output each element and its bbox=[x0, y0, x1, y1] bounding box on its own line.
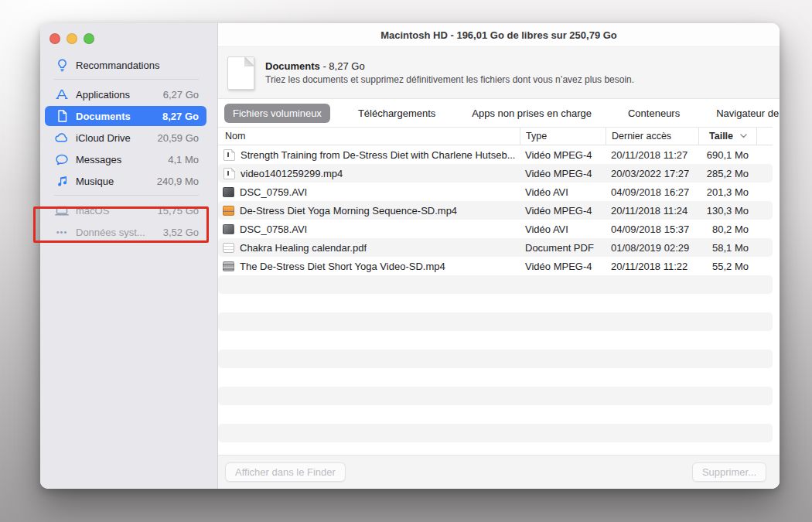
thumb-dark-icon bbox=[223, 187, 234, 197]
video-file-icon bbox=[223, 168, 235, 179]
sidebar: RecommandationsApplications6,27 GoDocume… bbox=[40, 23, 218, 489]
sidebar-item-size: 8,27 Go bbox=[162, 111, 199, 122]
tab-apps-non-prises-en-charge[interactable]: Apps non prises en charge bbox=[463, 104, 600, 123]
column-header-trailing bbox=[756, 128, 773, 145]
sidebar-item-messages[interactable]: Messages4,1 Mo bbox=[45, 149, 206, 169]
file-last-access: 20/11/2018 11:27 bbox=[606, 149, 698, 161]
ellipsis-icon: ••• bbox=[54, 228, 70, 236]
cloud-icon bbox=[54, 133, 70, 142]
tab-conteneurs[interactable]: Conteneurs bbox=[619, 104, 688, 123]
column-header-name[interactable]: Nom bbox=[218, 128, 520, 145]
table-row[interactable]: De-Stress Diet Yoga Morning Sequence-SD.… bbox=[218, 201, 773, 220]
table-row-empty bbox=[218, 331, 773, 350]
table-row-empty bbox=[218, 368, 773, 387]
table-row-empty bbox=[218, 275, 773, 294]
documents-icon bbox=[227, 56, 254, 90]
file-type: Vidéo AVI bbox=[520, 186, 606, 198]
sidebar-item-label: Recommandations bbox=[76, 60, 199, 71]
file-last-access: 20/03/2022 17:27 bbox=[606, 168, 698, 179]
sidebar-item-documents[interactable]: Documents8,27 Go bbox=[45, 106, 206, 126]
sidebar-item-label: Applications bbox=[76, 89, 163, 101]
sidebar-item-label: Musique bbox=[76, 176, 157, 187]
appstore-icon bbox=[54, 89, 70, 100]
main-pane: Macintosh HD - 196,01 Go de libres sur 2… bbox=[218, 23, 780, 489]
sidebar-item-label: iCloud Drive bbox=[76, 132, 158, 144]
file-size: 201,3 Mo bbox=[698, 186, 756, 198]
file-last-access: 20/11/2018 11:22 bbox=[606, 261, 698, 272]
show-in-finder-button[interactable]: Afficher dans le Finder bbox=[225, 462, 346, 482]
file-type: Vidéo MPEG-4 bbox=[520, 205, 606, 217]
tab-navigateur-de-fichiers[interactable]: Navigateur de fichiers bbox=[708, 104, 780, 123]
thumb-orange-icon bbox=[223, 206, 234, 216]
table-row-empty bbox=[218, 312, 773, 331]
file-type: Vidéo MPEG-4 bbox=[520, 168, 606, 179]
sidebar-item-applications[interactable]: Applications6,27 Go bbox=[45, 84, 206, 104]
file-size: 285,2 Mo bbox=[698, 168, 756, 179]
table-row-empty bbox=[218, 350, 773, 368]
sidebar-item-musique[interactable]: Musique240,9 Mo bbox=[45, 171, 206, 191]
table-row[interactable]: Strength Training from De-Stress Diet wi… bbox=[218, 145, 773, 164]
sidebar-item-size: 3,52 Go bbox=[163, 227, 199, 238]
file-size: 58,1 Mo bbox=[698, 242, 756, 254]
file-last-access: 20/11/2018 11:24 bbox=[606, 205, 698, 217]
file-type: Vidéo AVI bbox=[520, 223, 606, 235]
tab-bar: Fichiers volumineuxTéléchargementsApps n… bbox=[218, 99, 780, 127]
sidebar-list: RecommandationsApplications6,27 GoDocume… bbox=[40, 47, 217, 242]
table-row[interactable]: DSC_0758.AVIVidéo AVI04/09/2018 15:3780,… bbox=[218, 220, 773, 238]
minimize-button[interactable] bbox=[67, 33, 77, 44]
sidebar-item-size: 6,27 Go bbox=[163, 89, 199, 101]
tab-fichiers-volumineux[interactable]: Fichiers volumineux bbox=[224, 104, 330, 123]
table-row[interactable]: DSC_0759.AVIVidéo AVI04/09/2018 16:27201… bbox=[218, 183, 773, 201]
file-name: Chakra Healing calendar.pdf bbox=[240, 242, 367, 254]
close-button[interactable] bbox=[49, 33, 60, 44]
sidebar-item-macos[interactable]: macOS15,75 Go bbox=[45, 200, 206, 220]
column-header-type[interactable]: Type bbox=[520, 128, 606, 145]
file-type: Document PDF bbox=[520, 242, 606, 254]
table-row[interactable]: video1401259299.mp4Vidéo MPEG-420/03/202… bbox=[218, 164, 773, 183]
table-row[interactable]: Chakra Healing calendar.pdfDocument PDF0… bbox=[218, 238, 773, 257]
sidebar-item-label: Documents bbox=[76, 111, 162, 122]
sidebar-item-label: Données syst... bbox=[76, 227, 163, 238]
file-type: Vidéo MPEG-4 bbox=[520, 261, 606, 272]
window-titlebar[interactable]: Macintosh HD - 196,01 Go de libres sur 2… bbox=[218, 23, 780, 47]
table-row-empty bbox=[218, 405, 773, 424]
traffic-lights bbox=[40, 23, 217, 47]
file-name: Strength Training from De-Stress Diet wi… bbox=[241, 149, 515, 161]
chevron-down-icon bbox=[740, 134, 747, 138]
thumb-light-icon bbox=[223, 243, 234, 253]
video-file-icon bbox=[223, 149, 235, 161]
thumb-gray-icon bbox=[223, 261, 234, 271]
sidebar-item-size: 20,59 Go bbox=[158, 132, 200, 144]
delete-button[interactable]: Supprimer... bbox=[692, 462, 766, 482]
file-name: De-Stress Diet Yoga Morning Sequence-SD.… bbox=[240, 205, 457, 217]
file-last-access: 04/09/2018 16:27 bbox=[606, 186, 698, 198]
sidebar-item-donn-es-syst[interactable]: •••Données syst...3,52 Go bbox=[45, 222, 206, 242]
file-last-access: 04/09/2018 15:37 bbox=[606, 223, 698, 235]
column-header-last-access[interactable]: Dernier accès bbox=[606, 128, 698, 145]
document-icon bbox=[54, 110, 70, 122]
sidebar-divider bbox=[54, 79, 199, 80]
file-size: 80,2 Mo bbox=[698, 223, 756, 235]
file-last-access: 01/08/2019 02:29 bbox=[606, 242, 698, 254]
sidebar-divider bbox=[54, 195, 199, 196]
sidebar-item-icloud-drive[interactable]: iCloud Drive20,59 Go bbox=[45, 128, 206, 148]
sidebar-item-label: macOS bbox=[76, 205, 158, 217]
table-row-empty bbox=[218, 294, 773, 312]
thumb-dark2-icon bbox=[223, 224, 234, 234]
music-icon bbox=[54, 176, 70, 187]
file-name: DSC_0759.AVI bbox=[240, 186, 307, 198]
table-row[interactable]: The De-Stress Diet Short Yoga Video-SD.m… bbox=[218, 257, 773, 275]
category-title: Documents - 8,27 Go bbox=[265, 60, 634, 72]
zoom-button[interactable] bbox=[84, 33, 94, 44]
sidebar-item-recommandations[interactable]: Recommandations bbox=[45, 55, 206, 75]
file-table: Strength Training from De-Stress Diet wi… bbox=[218, 145, 780, 455]
window-title: Macintosh HD - 196,01 Go de libres sur 2… bbox=[380, 29, 617, 41]
laptop-icon bbox=[54, 206, 70, 216]
sidebar-item-size: 15,75 Go bbox=[158, 205, 200, 217]
tab-t-l-chargements[interactable]: Téléchargements bbox=[350, 104, 444, 123]
message-icon bbox=[54, 154, 70, 165]
table-row-empty bbox=[218, 387, 773, 405]
file-size: 690,1 Mo bbox=[698, 149, 756, 161]
footer-bar: Afficher dans le Finder Supprimer... bbox=[218, 455, 780, 489]
column-header-size[interactable]: Taille bbox=[698, 128, 756, 145]
